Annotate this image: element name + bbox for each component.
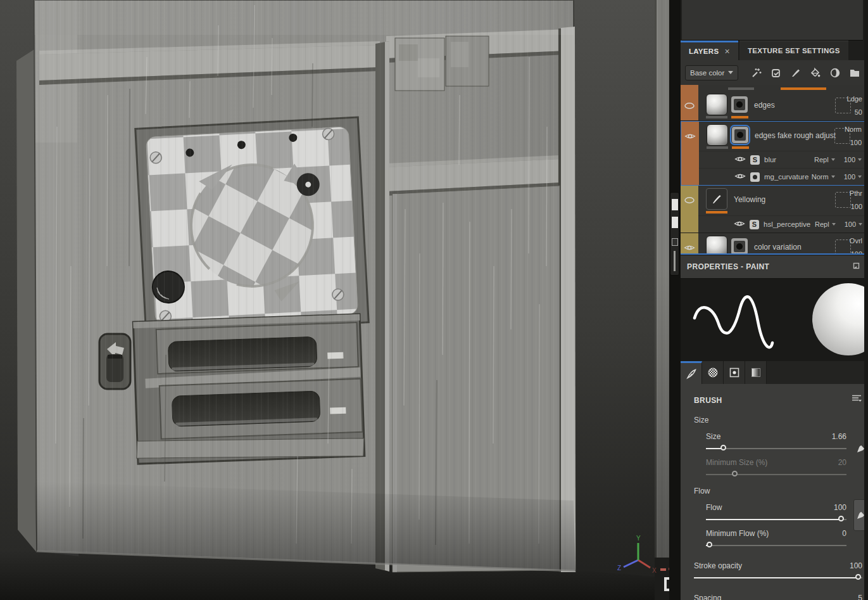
visibility-toggle-color-variation[interactable] (681, 233, 698, 255)
slider-spacing[interactable]: Spacing5 (694, 594, 862, 600)
channel-dropdown[interactable]: Base color (685, 65, 738, 80)
slider-value[interactable]: 1.66 (832, 432, 846, 442)
slider-label: Spacing (694, 594, 721, 600)
effect-row-mg-curvature[interactable]: mg_curvature Norm 100 (699, 168, 867, 185)
add-paint-layer-icon[interactable] (790, 67, 802, 79)
add-group-folder-icon[interactable] (849, 67, 860, 79)
layer-group-yellowing[interactable]: YellowingPthr100S hsl_perceptive Repl 10… (681, 186, 868, 233)
close-icon[interactable]: × (724, 48, 729, 54)
material-slot-placeholder[interactable] (835, 192, 851, 208)
material-tool-tab[interactable] (745, 361, 767, 384)
viewport-3d[interactable]: Y Z X (0, 0, 669, 600)
layer-thumbnail[interactable] (707, 124, 728, 146)
channel-bar-orange (706, 211, 727, 214)
layer-row-edges-fake-rough-adjust[interactable]: edges fake rough adjustNorm100 (699, 122, 867, 151)
layer-name: color variation (754, 243, 802, 252)
layer-blend-mode[interactable]: Pthr (850, 189, 862, 197)
slider-minimum-size[interactable]: Minimum Size (%)20 (706, 458, 846, 479)
slider-track[interactable] (694, 573, 862, 582)
paint-layer-thumbnail[interactable] (706, 188, 727, 210)
slider-handle[interactable] (732, 471, 738, 476)
preset-menu-icon[interactable] (852, 394, 862, 405)
slider-handle[interactable] (838, 516, 844, 521)
mini-toolbar-outline-swatch[interactable] (672, 238, 678, 246)
slider-track[interactable] (706, 470, 846, 479)
float-panel-icon[interactable] (852, 261, 860, 272)
chevron-down-icon (728, 71, 733, 74)
effect-visibility-toggle[interactable] (734, 171, 746, 182)
vending-machine-model[interactable] (16, 0, 576, 572)
collapsed-mini-toolbar[interactable] (670, 192, 679, 276)
effect-visibility-toggle[interactable] (734, 154, 746, 165)
substance-filter-icon: S (750, 155, 760, 165)
slider-value[interactable]: 0 (842, 529, 846, 539)
add-effect-wand-icon[interactable] (751, 67, 762, 79)
effect-row-hsl-perceptive[interactable]: S hsl_perceptive Repl 100 (698, 215, 868, 233)
tab-layers[interactable]: LAYERS × (681, 41, 738, 60)
layer-opacity[interactable]: 100 (851, 203, 862, 210)
slider-handle[interactable] (707, 542, 712, 547)
channel-dropdown-value: Base color (690, 69, 724, 77)
layer-row-yellowing[interactable]: YellowingPthr100 (698, 186, 868, 215)
slider-stroke-opacity[interactable]: Stroke opacity100 (694, 561, 862, 582)
brush-tool-tab[interactable] (681, 361, 702, 384)
material-slot-placeholder[interactable] (835, 239, 851, 255)
mask-thumbnail[interactable] (732, 127, 748, 143)
slider-value[interactable]: 5 (858, 594, 862, 600)
layer-blend-mode[interactable]: Ovrl (850, 237, 862, 245)
layer-thumbnail[interactable] (706, 94, 727, 115)
layer-group-color-variation[interactable]: color variationOvrl100 (681, 233, 868, 255)
layer-blend-mode[interactable]: Ldge (847, 95, 862, 103)
mask-thumbnail[interactable] (731, 96, 748, 113)
partial-layer-row[interactable] (681, 85, 868, 91)
panel-scrollbar-track[interactable] (864, 0, 868, 600)
layer-opacity[interactable]: 100 (851, 250, 862, 255)
mini-toolbar-swatch[interactable] (672, 217, 678, 228)
layer-opacity[interactable]: 50 (855, 108, 862, 116)
slider-handle[interactable] (720, 445, 726, 450)
layer-row-edges[interactable]: edgesLdge50 (698, 91, 868, 120)
slider-value[interactable]: 20 (838, 458, 846, 468)
effect-blend-dropdown[interactable]: Repl (815, 220, 836, 228)
alpha-tool-tab[interactable] (702, 361, 724, 384)
tab-texture-set-settings[interactable]: TEXTURE SET SETTINGS (739, 41, 848, 60)
dock-divider[interactable] (669, 0, 681, 600)
slider-handle[interactable] (855, 574, 861, 580)
effect-opacity-dropdown[interactable]: 100 (844, 173, 862, 181)
slider-group-flow: FlowFlow100 Minimum Flow (%)0 (694, 487, 868, 550)
effect-opacity-dropdown[interactable]: 100 (844, 156, 862, 163)
layer-group-edges[interactable]: edgesLdge50 (681, 91, 868, 121)
slider-flow[interactable]: Flow100 (706, 503, 846, 524)
slider-value[interactable]: 100 (834, 503, 846, 513)
slider-size[interactable]: Size1.66 (706, 432, 846, 453)
mini-toolbar-slider[interactable] (674, 251, 676, 271)
effect-opacity-dropdown[interactable]: 100 (845, 220, 862, 228)
layers-list: edgesLdge50edges fake rough adjustNorm10… (681, 85, 868, 255)
chevron-down-icon (859, 223, 862, 226)
add-fill-layer-icon[interactable] (810, 67, 821, 79)
right-dock-panel: LAYERS × TEXTURE SET SETTINGS Base color… (681, 0, 868, 600)
layer-blend-mode[interactable]: Norm (845, 125, 862, 133)
slider-track[interactable] (706, 444, 846, 453)
visibility-toggle-yellowing[interactable] (681, 186, 698, 233)
layer-opacity[interactable]: 100 (850, 139, 862, 146)
effect-blend-dropdown[interactable]: Norm (812, 173, 835, 181)
effect-visibility-toggle[interactable] (734, 219, 745, 230)
layer-row-color-variation[interactable]: color variationOvrl100 (698, 233, 868, 255)
visibility-toggle-edges-fake-rough-adjust[interactable] (681, 122, 699, 185)
add-smart-material-icon[interactable] (771, 67, 782, 79)
layer-thumbnail[interactable] (706, 236, 727, 255)
slider-value[interactable]: 100 (850, 561, 862, 571)
effect-blend-dropdown[interactable]: Repl (814, 156, 835, 163)
effect-row-blur[interactable]: S blur Repl 100 (699, 151, 867, 168)
channel-bar-gray (706, 116, 727, 118)
stencil-tool-tab[interactable] (724, 361, 745, 384)
mask-thumbnail[interactable] (731, 238, 748, 255)
add-smart-mask-icon[interactable] (829, 67, 841, 79)
mini-toolbar-swatch[interactable] (672, 199, 678, 210)
slider-minimum-flow[interactable]: Minimum Flow (%)0 (706, 529, 846, 550)
visibility-toggle-edges[interactable] (681, 91, 698, 120)
slider-track[interactable] (706, 515, 846, 524)
layer-group-edges-fake-rough-adjust[interactable]: edges fake rough adjustNorm100S blur Rep… (681, 121, 868, 186)
slider-track[interactable] (706, 541, 846, 550)
